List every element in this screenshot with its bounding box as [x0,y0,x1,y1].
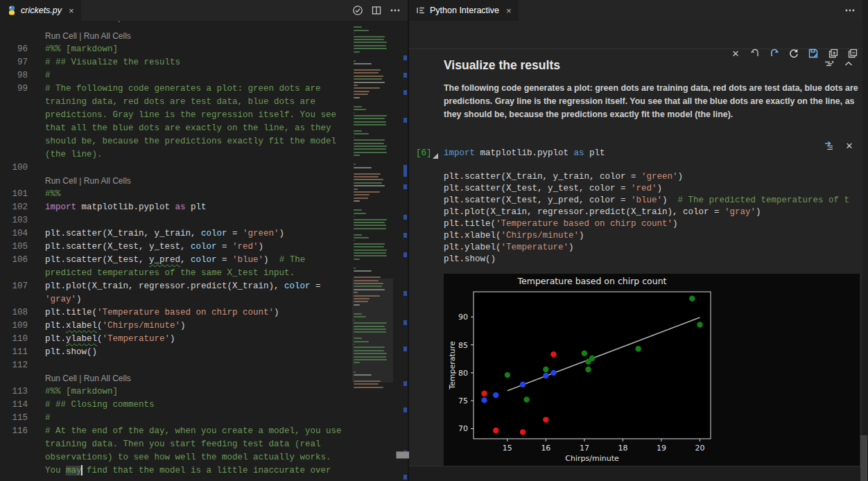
svg-text:15: 15 [503,444,512,453]
cell-execution-count: [6] [416,148,432,158]
collapse-cell-icon[interactable] [433,153,438,159]
modified-line-mark [403,233,407,238]
tab-close-icon[interactable]: × [69,6,74,16]
interactive-scrollbar[interactable] [860,0,868,481]
modified-line-mark [403,118,407,123]
modified-line-mark [403,320,407,325]
export-notebook-icon[interactable] [807,47,819,60]
minimap[interactable] [352,21,393,481]
code-line: 114# ## Closing comments [0,399,352,412]
code-line: plt.show() [444,254,862,265]
svg-text:18: 18 [618,444,627,453]
run-cell-codelens[interactable]: Run Cell | Run All Cells [45,372,352,385]
code-line: plt.xlabel('Chirps/minute') [444,230,862,242]
code-line: 110plt.ylabel('Temperature') [0,333,352,346]
code-line: plt.ylabel('Temperature') [444,242,862,254]
svg-text:Temperature based on chirp cou: Temperature based on chirp count [517,276,667,286]
modified-line-mark [403,165,407,177]
svg-text:75: 75 [458,396,468,405]
modified-line-mark [403,347,407,351]
code-line: 116# At the end of the day, when you cre… [0,425,352,438]
code-line: 107plt.plot(X_train, regressor.predict(X… [0,280,352,293]
code-line: plt.scatter(X_test, y_pred, color = 'blu… [444,195,862,207]
code-line: (the line). [0,148,352,161]
code-line [444,159,862,171]
scrollbar-slider[interactable] [860,435,867,481]
more-actions-icon[interactable] [843,3,857,17]
code-line: 108plt.title('Temperature based on chirp… [0,306,352,320]
redo-icon[interactable] [749,47,761,60]
expand-all-icon[interactable] [847,47,859,60]
interactive-window-icon [416,6,426,15]
tab-crickets-py[interactable]: crickets.py × [0,0,81,21]
code-line: 100 [0,161,352,175]
tab-title: Python Interactive [430,6,499,15]
run-cell-codelens[interactable]: Run Cell | Run All Cells [45,175,352,188]
code-line: should be, because the predictions exact… [0,135,352,148]
code-line: import matplotlib.pyplot as plt [444,148,862,159]
svg-text:19: 19 [657,444,666,453]
figure-svg: 1516171819207075808590Temperature based … [444,274,860,466]
cell-code[interactable]: import matplotlib.pyplot as pltplt.scatt… [444,148,862,265]
code-line: predicted temperatures of the same X_tes… [0,267,352,280]
markdown-paragraph: The following code generates a plot: gre… [444,82,858,121]
modified-line-mark [403,184,407,189]
tab-python-interactive[interactable]: Python Interactive × [409,0,519,21]
code-line: 99# The following code generates a plot:… [0,82,352,96]
run-cell-codelens[interactable]: Run Cell | Run All Cells [45,30,352,43]
modified-line-mark [403,381,407,386]
code-line: 96#%% [markdown] [0,43,352,56]
code-line: plt.scatter(X_test, y_test, color = 'red… [444,183,862,195]
code-line: predictions. Gray line is the regression… [0,109,352,122]
code-line: 97# ## Visualize the results [0,56,352,69]
modified-line-mark [403,55,407,60]
modified-line-mark [403,475,407,480]
svg-text:17: 17 [580,444,589,453]
code-line: 111plt.show() [0,346,352,359]
code-editor[interactable]: model and the predictions are reduced to… [0,21,408,481]
collapse-panel-icon[interactable] [843,60,854,68]
auto-scroll-icon[interactable] [824,60,835,68]
code-line: 102import matplotlib.pyplot as plt [0,201,352,214]
code-line: Run Cell | Run All Cells [0,30,352,43]
code-line: plt.title('Temperature based on chirp co… [444,218,862,230]
svg-text:20: 20 [695,444,704,453]
svg-text:90: 90 [458,313,468,322]
svg-text:16: 16 [541,444,550,453]
svg-text:80: 80 [458,369,468,378]
svg-text:Chirps/minute: Chirps/minute [565,454,619,463]
minimap-slider[interactable] [352,279,393,383]
copy-cell-icon[interactable] [827,47,840,60]
interactive-tab-bar: Python Interactive × [409,0,862,21]
code-line: 101#%% [0,188,352,201]
code-line: plt.scatter(X_train, y_train, color = 'g… [444,171,862,183]
code-line: plt.plot(X_train, regressor.predict(X_tr… [444,207,862,218]
code-line: 103 [0,214,352,227]
code-line: 112 [0,359,352,372]
modified-line-mark [403,408,407,412]
modified-line-mark [403,90,407,95]
modified-line-mark [403,73,407,78]
code-line: 113#%% [markdown] [0,385,352,399]
modified-line-mark [403,291,407,296]
undo-icon[interactable] [768,47,781,60]
code-line: 109plt.xlabel('Chirps/minute') [0,320,352,333]
code-line: 'gray') [0,293,352,306]
code-line: You may find that the model is a little … [0,464,352,478]
python-icon [7,6,17,15]
open-changes-icon[interactable] [351,3,365,17]
restart-kernel-icon[interactable] [788,47,800,60]
code-line: 106plt.scatter(X_test, y_pred, color = '… [0,254,352,267]
more-actions-icon[interactable] [388,3,402,17]
modified-line-mark [403,252,407,257]
split-editor-icon[interactable] [370,3,383,17]
clear-results-icon[interactable]: ✕ [729,47,742,60]
tab-close-icon[interactable]: × [506,6,512,16]
code-line: observations) to see how well the model … [0,451,352,464]
interactive-toolbar: ✕ [409,21,862,49]
tab-title: crickets.py [21,6,62,15]
editor-actions [351,0,408,21]
code-line: 115# [0,412,352,425]
editor-tab-bar: crickets.py × [0,0,408,21]
overview-ruler [403,21,408,481]
